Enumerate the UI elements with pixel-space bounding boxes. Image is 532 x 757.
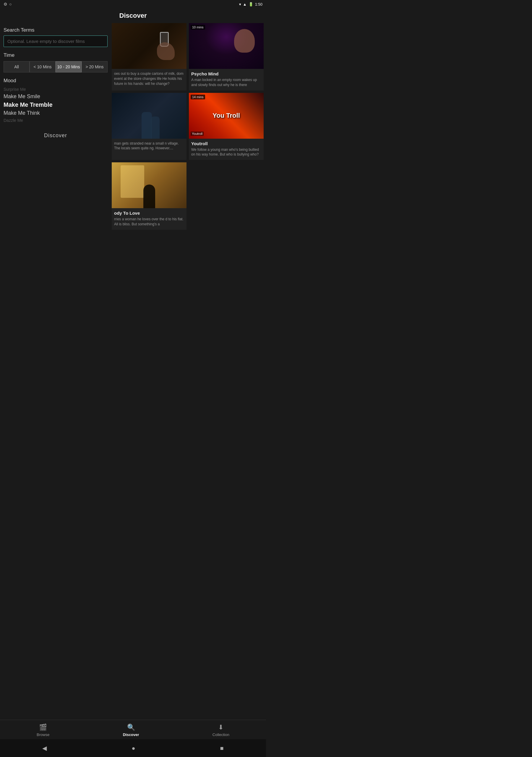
time-btn-all[interactable]: All [4,61,30,73]
film-title-youtroll: Youtroll [191,141,261,146]
settings-icon: ⚙ [4,2,7,7]
film-grid: oes out to buy a couple cartons of milk,… [112,23,264,230]
film-desc-body: rries a woman he loves over the d to his… [114,217,184,227]
woman-silhouette [143,185,155,208]
film-info-youtroll: Youtroll We follow a young man who's bei… [189,139,264,160]
time-label: Time [4,52,107,58]
film-info-body: ody To Love rries a woman he loves over … [112,208,187,230]
mood-dazzle[interactable]: Dazzle Me [4,117,107,124]
status-left: ⚙ ○ [4,2,12,7]
film-card-psycho[interactable]: 10 mins Psycho Mind A man locked in an e… [189,23,264,90]
mood-think[interactable]: Make Me Think [4,109,107,117]
page-title: Discover [0,8,266,22]
film-desc-village: man gets stranded near a small n village… [114,141,184,151]
battery-icon: 🔋 [249,2,253,7]
film-card-body[interactable]: ody To Love rries a woman he loves over … [112,162,187,230]
window-glow [121,165,144,198]
time-display: 1:50 [255,2,262,7]
film-thumb-village [112,93,187,139]
film-desc-psycho: A man locked in an empty room wakes up a… [191,77,261,87]
film-thumb-psycho: 10 mins [189,23,264,69]
film-desc-milk: oes out to buy a couple cartons of milk,… [114,71,184,86]
face-decoration [234,29,255,53]
duration-badge-youtroll: 14 mins [191,95,205,99]
mood-smile[interactable]: Make Me Smile [4,93,107,101]
time-btn-over20[interactable]: > 20 Mins [81,61,107,73]
mood-surprise[interactable]: Surprise Me [4,86,107,93]
status-bar: ⚙ ○ ▾ ▲ 🔋 1:50 [0,0,266,8]
youtroll-subtitle: Youtroll [191,132,204,136]
signal-icon: ▲ [243,2,247,7]
time-btn-10-20[interactable]: 10 - 20 Mins [56,61,81,73]
search-input[interactable] [4,36,107,47]
circle-indicator-icon: ○ [9,2,12,7]
status-right: ▾ ▲ 🔋 1:50 [239,2,262,7]
film-info-milk: oes out to buy a couple cartons of milk,… [112,69,187,89]
mood-section: Mood Surprise Me Make Me Smile Make Me T… [4,78,107,124]
hand-decoration [157,42,175,60]
film-info-village: man gets stranded near a small n village… [112,139,187,154]
film-grid-panel: oes out to buy a couple cartons of milk,… [112,22,264,231]
main-layout: Search Terms Time All < 10 Mins 10 - 20 … [0,22,266,231]
time-btn-under10[interactable]: < 10 Mins [30,61,56,73]
duration-badge-psycho: 10 mins [191,25,205,30]
discover-button[interactable]: Discover [44,133,67,139]
film-desc-youtroll: We follow a young man who's being bullie… [191,147,261,157]
time-filter-group: All < 10 Mins 10 - 20 Mins > 20 Mins [4,61,107,73]
left-panel: Search Terms Time All < 10 Mins 10 - 20 … [2,22,109,231]
film-thumb-body [112,162,187,208]
person-silhouette-1 [142,112,152,139]
film-info-psycho: Psycho Mind A man locked in an empty roo… [189,69,264,90]
film-card-village[interactable]: man gets stranded near a small n village… [112,93,187,160]
film-title-body: ody To Love [114,211,184,216]
youtroll-title-art: You Troll [213,112,240,119]
film-thumb-youtroll: You Troll 14 mins Youtroll [189,93,264,139]
film-title-psycho: Psycho Mind [191,71,261,76]
mood-label: Mood [4,78,107,84]
search-label: Search Terms [4,27,107,33]
mood-tremble[interactable]: Make Me Tremble [4,101,107,109]
wifi-icon: ▾ [239,2,241,7]
film-thumb-milk [112,23,187,69]
film-card-milk[interactable]: oes out to buy a couple cartons of milk,… [112,23,187,90]
film-card-youtroll[interactable]: You Troll 14 mins Youtroll Youtroll We f… [189,93,264,160]
person-silhouette-2 [151,116,160,139]
